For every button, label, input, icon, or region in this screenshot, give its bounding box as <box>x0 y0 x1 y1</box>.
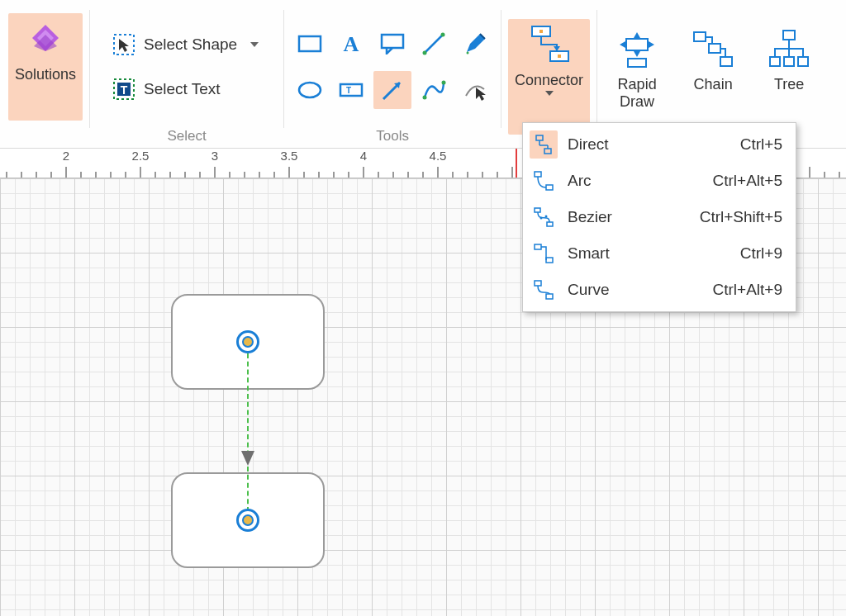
svg-text:T: T <box>121 83 128 97</box>
select-text-label: Select Text <box>144 80 221 98</box>
svg-rect-27 <box>709 44 720 53</box>
separator <box>89 10 90 128</box>
select-shape-button[interactable]: Select Shape <box>106 30 271 59</box>
svg-rect-7 <box>299 36 321 51</box>
svg-line-10 <box>425 35 443 53</box>
ruler-number: 4.5 <box>430 149 447 163</box>
menu-item-label: Arc <box>568 172 592 190</box>
smart-connector-icon <box>530 239 558 268</box>
connector-button[interactable]: Connector <box>508 19 590 135</box>
arc-connector-icon <box>530 167 558 195</box>
svg-rect-26 <box>694 32 706 41</box>
chain-button[interactable]: Chain <box>680 23 746 130</box>
rapid-draw-button[interactable]: Rapid Draw <box>604 23 670 130</box>
svg-point-100 <box>540 217 543 220</box>
svg-rect-91 <box>536 135 543 140</box>
svg-rect-9 <box>382 35 403 48</box>
menu-item-label: Direct <box>568 135 609 154</box>
menu-item-label: Smart <box>568 244 610 263</box>
svg-rect-28 <box>720 57 732 66</box>
svg-point-14 <box>299 83 321 97</box>
svg-rect-104 <box>535 281 541 286</box>
svg-rect-32 <box>798 57 808 66</box>
menu-item-shortcut: Ctrl+Alt+5 <box>713 172 782 190</box>
svg-rect-103 <box>546 258 553 263</box>
rapid-draw-label: Rapid Draw <box>618 76 657 111</box>
tool-callout[interactable] <box>373 25 411 63</box>
select-text-button[interactable]: T Select Text <box>106 74 271 104</box>
svg-point-13 <box>467 51 469 54</box>
svg-rect-92 <box>544 149 551 154</box>
tool-arrow[interactable] <box>373 71 411 109</box>
ruler-number: 2.5 <box>132 149 150 163</box>
svg-point-11 <box>423 50 427 54</box>
svg-point-19 <box>442 80 446 84</box>
separator <box>283 10 284 128</box>
svg-rect-105 <box>546 294 553 299</box>
menu-item-shortcut: Ctrl+Alt+9 <box>713 281 782 299</box>
connector-type-smart[interactable]: SmartCtrl+9 <box>523 235 796 272</box>
separator <box>596 10 597 128</box>
svg-rect-23 <box>558 54 561 58</box>
connection-point-icon[interactable] <box>236 509 259 532</box>
menu-item-label: Curve <box>568 281 610 299</box>
select-shape-icon <box>112 33 135 56</box>
group-select-label: Select <box>167 128 206 148</box>
tool-edit-points[interactable] <box>456 71 494 109</box>
select-shape-label: Select Shape <box>144 36 237 54</box>
menu-item-shortcut: Ctrl+Shift+5 <box>700 208 782 226</box>
connector-type-curve[interactable]: CurveCtrl+Alt+9 <box>523 272 796 308</box>
group-tools-label: Tools <box>376 128 409 148</box>
tool-textbox[interactable]: T <box>332 71 370 109</box>
direct-connector-icon <box>530 130 558 159</box>
svg-rect-21 <box>539 30 543 33</box>
svg-rect-29 <box>783 31 795 40</box>
menu-item-shortcut: Ctrl+9 <box>740 244 782 263</box>
tree-button[interactable]: Tree <box>756 23 822 130</box>
svg-point-18 <box>423 95 427 99</box>
solutions-label: Solutions <box>15 66 76 84</box>
tree-label: Tree <box>774 76 804 94</box>
svg-text:T: T <box>346 86 351 95</box>
connector-type-arc[interactable]: ArcCtrl+Alt+5 <box>523 163 796 199</box>
svg-rect-24 <box>626 39 648 50</box>
ruler-number: 4 <box>360 149 367 163</box>
ruler-number: 3.5 <box>281 149 298 163</box>
bezier-connector-icon <box>530 203 558 231</box>
dropdown-caret-icon <box>250 42 259 47</box>
svg-rect-99 <box>547 222 553 226</box>
tool-pen[interactable] <box>456 25 494 63</box>
tool-ellipse[interactable] <box>291 71 329 109</box>
svg-point-12 <box>441 32 445 36</box>
group-select: Select Shape T Select Text Select <box>92 5 282 148</box>
rapid-draw-icon <box>615 28 658 71</box>
solutions-button[interactable]: Solutions <box>8 13 83 121</box>
svg-rect-98 <box>535 208 540 212</box>
svg-rect-102 <box>535 244 541 249</box>
tool-spline[interactable] <box>415 71 453 109</box>
menu-item-shortcut: Ctrl+5 <box>740 135 782 154</box>
connector-type-bezier[interactable]: BezierCtrl+Shift+5 <box>523 199 796 235</box>
ruler-number: 3 <box>212 149 218 163</box>
tool-line[interactable] <box>415 25 453 63</box>
connector-arrowhead-icon <box>241 451 254 466</box>
connection-point-icon[interactable] <box>236 330 259 353</box>
ruler-number: 2 <box>63 149 69 163</box>
svg-text:A: A <box>344 32 359 55</box>
tree-icon <box>768 28 810 71</box>
menu-item-label: Bezier <box>568 208 612 226</box>
tool-rectangle[interactable] <box>291 25 329 63</box>
tool-text[interactable]: A <box>332 25 370 63</box>
svg-rect-31 <box>784 57 794 66</box>
group-solutions: Solutions <box>3 5 88 148</box>
group-solutions-label <box>44 128 48 148</box>
connector-dropdown-menu: DirectCtrl+5ArcCtrl+Alt+5BezierCtrl+Shif… <box>522 122 796 312</box>
select-text-icon: T <box>112 78 135 101</box>
svg-rect-25 <box>628 59 646 67</box>
connector-type-direct[interactable]: DirectCtrl+5 <box>523 126 796 163</box>
chain-label: Chain <box>694 76 733 94</box>
svg-rect-96 <box>535 172 541 177</box>
svg-point-101 <box>545 216 548 218</box>
svg-rect-30 <box>770 57 780 66</box>
group-tools: A T <box>286 5 499 148</box>
